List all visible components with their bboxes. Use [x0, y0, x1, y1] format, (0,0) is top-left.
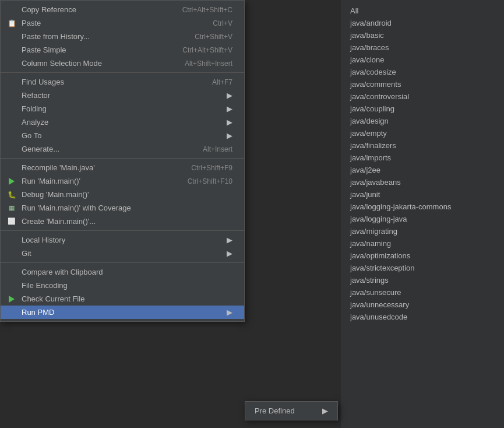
menu-label-local-history: Local History — [22, 236, 222, 244]
menu-label-run-pmd: Run PMD — [22, 308, 222, 317]
submenu-arrow-pre-defined: ▶ — [322, 406, 328, 415]
rule-item-java-logging-java[interactable]: java/logging-java — [341, 213, 504, 225]
rule-item-java-javabeans[interactable]: java/javabeans — [341, 176, 504, 188]
menu-label-paste-from-history: Paste from History... — [22, 32, 183, 41]
create-icon: ⬜ — [6, 216, 17, 227]
menu-item-git[interactable]: Git▶ — [1, 247, 244, 260]
rule-item-java-unnecessary[interactable]: java/unnecessary — [341, 299, 504, 311]
rule-item-java-naming[interactable]: java/naming — [341, 237, 504, 250]
submenu-arrow-go-to: ▶ — [227, 131, 232, 140]
separator-after-create-config — [1, 230, 244, 231]
menu-item-local-history[interactable]: Local History▶ — [1, 233, 244, 247]
shortcut-paste: Ctrl+V — [213, 19, 232, 27]
rule-item-java-finalizers[interactable]: java/finalizers — [341, 139, 504, 152]
menu-label-copy-reference: Copy Reference — [22, 5, 171, 14]
menu-item-run-main[interactable]: Run 'Main.main()'Ctrl+Shift+F10 — [1, 174, 244, 188]
separator-after-column-selection-mode — [1, 72, 244, 73]
menu-item-debug-main[interactable]: 🐛Debug 'Main.main()' — [1, 188, 244, 201]
menu-label-recompile: Recompile 'Main.java' — [22, 163, 179, 172]
rule-item-java-strings[interactable]: java/strings — [341, 274, 504, 286]
menu-label-analyze: Analyze — [22, 118, 222, 127]
menu-label-go-to: Go To — [22, 131, 222, 140]
context-menu: Copy ReferenceCtrl+Alt+Shift+C📋PasteCtrl… — [0, 0, 245, 322]
rule-item-java-migrating[interactable]: java/migrating — [341, 225, 504, 237]
submenu-label-pre-defined: Pre Defined — [255, 406, 295, 415]
menu-item-generate[interactable]: Generate...Alt+Insert — [1, 142, 244, 156]
menu-label-file-encoding: File Encoding — [22, 281, 232, 290]
rules-panel: Alljava/androidjava/basicjava/bracesjava… — [341, 0, 504, 428]
shortcut-paste-from-history: Ctrl+Shift+V — [195, 33, 232, 41]
rule-item-java-optimizations[interactable]: java/optimizations — [341, 250, 504, 262]
rule-item-java-sunsecure[interactable]: java/sunsecure — [341, 286, 504, 299]
rule-item-java-comments[interactable]: java/comments — [341, 78, 504, 90]
rule-item-java-strictexception[interactable]: java/strictexception — [341, 262, 504, 274]
menu-item-run-pmd[interactable]: Run PMD▶ — [1, 306, 244, 319]
rule-item-All[interactable]: All — [341, 5, 504, 17]
rule-item-java-junit[interactable]: java/junit — [341, 188, 504, 201]
menu-item-column-selection-mode[interactable]: Column Selection ModeAlt+Shift+Insert — [1, 57, 244, 70]
menu-item-find-usages[interactable]: Find UsagesAlt+F7 — [1, 75, 244, 89]
rule-item-java-empty[interactable]: java/empty — [341, 127, 504, 139]
coverage-icon: ▦ — [6, 203, 17, 213]
menu-label-column-selection-mode: Column Selection Mode — [22, 59, 173, 68]
menu-item-paste-from-history[interactable]: Paste from History...Ctrl+Shift+V — [1, 30, 244, 43]
menu-label-debug-main: Debug 'Main.main()' — [22, 190, 232, 199]
rule-item-java-controversial[interactable]: java/controversial — [341, 90, 504, 103]
shortcut-recompile: Ctrl+Shift+F9 — [191, 164, 232, 172]
menu-item-copy-reference[interactable]: Copy ReferenceCtrl+Alt+Shift+C — [1, 3, 244, 16]
menu-label-run-coverage: Run 'Main.main()' with Coverage — [22, 204, 232, 212]
submenu-arrow-analyze: ▶ — [227, 118, 232, 127]
menu-item-paste[interactable]: 📋PasteCtrl+V — [1, 16, 244, 30]
menu-label-check-current-file: Check Current File — [22, 294, 232, 303]
menu-item-run-coverage[interactable]: ▦Run 'Main.main()' with Coverage — [1, 201, 244, 215]
rule-item-java-codesize[interactable]: java/codesize — [341, 66, 504, 78]
submenu-arrow-run-pmd: ▶ — [227, 308, 232, 317]
menu-item-check-current-file[interactable]: Check Current File — [1, 292, 244, 306]
shortcut-run-main: Ctrl+Shift+F10 — [188, 177, 232, 185]
rule-item-java-design[interactable]: java/design — [341, 115, 504, 127]
submenu-arrow-local-history: ▶ — [227, 236, 232, 244]
menu-label-paste: Paste — [22, 19, 201, 27]
menu-item-paste-simple[interactable]: Paste SimpleCtrl+Alt+Shift+V — [1, 43, 244, 57]
shortcut-generate: Alt+Insert — [203, 145, 232, 153]
rule-item-java-coupling[interactable]: java/coupling — [341, 103, 504, 115]
menu-label-generate: Generate... — [22, 145, 191, 153]
menu-label-run-main: Run 'Main.main()' — [22, 177, 176, 185]
menu-label-folding: Folding — [22, 104, 222, 113]
run-icon — [6, 176, 17, 187]
menu-item-recompile[interactable]: Recompile 'Main.java'Ctrl+Shift+F9 — [1, 161, 244, 174]
rule-item-java-clone[interactable]: java/clone — [341, 54, 504, 66]
rule-item-java-logging-jakarta-commons[interactable]: java/logging-jakarta-commons — [341, 201, 504, 213]
shortcut-find-usages: Alt+F7 — [212, 78, 232, 86]
shortcut-copy-reference: Ctrl+Alt+Shift+C — [182, 6, 232, 14]
submenu-arrow-refactor: ▶ — [227, 91, 232, 100]
submenu-arrow-git: ▶ — [227, 249, 232, 258]
menu-item-refactor[interactable]: Refactor▶ — [1, 89, 244, 102]
run-icon — [6, 294, 17, 304]
menu-label-compare-clipboard: Compare with Clipboard — [22, 268, 232, 276]
menu-item-folding[interactable]: Folding▶ — [1, 102, 244, 115]
rule-item-java-j2ee[interactable]: java/j2ee — [341, 164, 504, 176]
debug-icon: 🐛 — [6, 190, 17, 200]
submenu-arrow-folding: ▶ — [227, 104, 232, 113]
run-pmd-submenu: Pre Defined▶ — [245, 401, 338, 420]
menu-label-create-config: Create 'Main.main()'... — [22, 217, 232, 226]
menu-item-analyze[interactable]: Analyze▶ — [1, 115, 244, 129]
rule-item-java-basic[interactable]: java/basic — [341, 29, 504, 41]
rule-item-java-imports[interactable]: java/imports — [341, 152, 504, 164]
rule-item-java-unusedcode[interactable]: java/unusedcode — [341, 311, 504, 323]
menu-item-file-encoding[interactable]: File Encoding — [1, 279, 244, 292]
menu-label-git: Git — [22, 249, 222, 258]
menu-item-go-to[interactable]: Go To▶ — [1, 129, 244, 142]
separator-after-generate — [1, 158, 244, 159]
rule-item-java-braces[interactable]: java/braces — [341, 41, 504, 54]
mid-area — [251, 0, 341, 428]
menu-item-create-config[interactable]: ⬜Create 'Main.main()'... — [1, 215, 244, 228]
submenu-item-pre-defined[interactable]: Pre Defined▶ — [245, 404, 337, 418]
menu-item-compare-clipboard[interactable]: Compare with Clipboard — [1, 265, 244, 279]
menu-label-paste-simple: Paste Simple — [22, 45, 171, 54]
menu-label-refactor: Refactor — [22, 91, 222, 100]
rule-item-java-android[interactable]: java/android — [341, 17, 504, 29]
shortcut-column-selection-mode: Alt+Shift+Insert — [185, 59, 232, 68]
menu-label-find-usages: Find Usages — [22, 78, 200, 86]
